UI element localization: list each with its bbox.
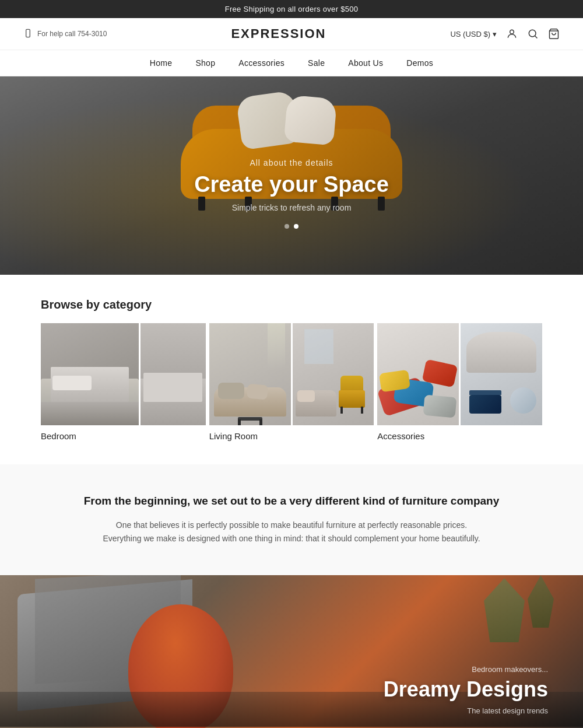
svg-point-3	[529, 30, 536, 37]
chevron-down-icon: ▾	[493, 30, 497, 38]
living-room-image	[209, 323, 374, 425]
nav-item-home[interactable]: Home	[150, 58, 173, 68]
hero-description: Simple tricks to refresh any room	[194, 203, 389, 212]
hero-dot-2[interactable]	[294, 224, 298, 229]
hero-content: All about the details Create your Space …	[194, 158, 389, 229]
account-icon[interactable]	[506, 28, 518, 40]
category-item-bedroom[interactable]: Bedroom	[41, 323, 206, 441]
category-item-living-room[interactable]: Living Room	[209, 323, 374, 441]
category-section: Browse by category	[0, 275, 583, 464]
search-icon[interactable]	[527, 28, 539, 40]
nav-item-accessories[interactable]: Accessories	[238, 58, 285, 68]
accessories-image	[377, 323, 542, 425]
hero2-description: The latest design trends	[384, 706, 548, 715]
main-nav: Home Shop Accessories Sale About Us Demo…	[0, 50, 583, 76]
announcement-text: Free Shipping on all orders over $500	[225, 5, 359, 13]
svg-rect-0	[26, 29, 30, 37]
living-room-label: Living Room	[209, 431, 374, 441]
hero-subtitle: All about the details	[194, 158, 389, 167]
header-help: For help call 754-3010	[23, 29, 107, 40]
brand-logo[interactable]: EXPRESSION	[231, 26, 326, 41]
category-item-accessories[interactable]: Accessories	[377, 323, 542, 441]
category-section-title: Browse by category	[41, 298, 542, 312]
header-actions: US (USD $) ▾	[450, 28, 560, 40]
hero-title: Create your Space	[194, 172, 389, 197]
bedroom-image	[41, 323, 206, 425]
hero2-content: Bedroom makeovers... Dreamy Designs The …	[384, 665, 548, 715]
accessories-label: Accessories	[377, 431, 542, 441]
site-header: For help call 754-3010 EXPRESSION US (US…	[0, 18, 583, 50]
hero2-banner: Bedroom makeovers... Dreamy Designs The …	[0, 575, 583, 728]
help-text: For help call 754-3010	[37, 30, 107, 38]
tagline-description: One that believes it is perfectly possib…	[70, 519, 513, 547]
hero-banner: All about the details Create your Space …	[0, 76, 583, 275]
hero-dots	[194, 224, 389, 229]
currency-selector[interactable]: US (USD $) ▾	[450, 30, 497, 38]
cart-icon[interactable]	[548, 28, 560, 40]
nav-item-about-us[interactable]: About Us	[348, 58, 383, 68]
bedroom-label: Bedroom	[41, 431, 206, 441]
nav-item-shop[interactable]: Shop	[195, 58, 215, 68]
svg-point-2	[510, 30, 514, 34]
category-grid: Bedroom	[41, 323, 542, 441]
nav-item-demos[interactable]: Demos	[406, 58, 433, 68]
hero2-subtitle: Bedroom makeovers...	[384, 665, 548, 674]
announcement-bar: Free Shipping on all orders over $500	[0, 0, 583, 18]
tagline-section: From the beginning, we set out to be a v…	[0, 464, 583, 575]
svg-line-4	[535, 36, 538, 38]
sofa-pillow-2	[284, 94, 338, 145]
nav-item-sale[interactable]: Sale	[308, 58, 325, 68]
hero2-title: Dreamy Designs	[384, 677, 548, 702]
tagline-title: From the beginning, we set out to be a v…	[70, 494, 513, 509]
phone-icon	[23, 29, 33, 40]
hero-dot-1[interactable]	[285, 224, 289, 229]
